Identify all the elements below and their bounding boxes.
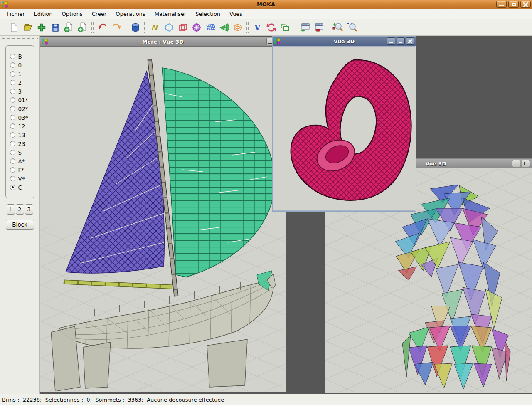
radio-icon <box>10 71 15 77</box>
radio-13[interactable]: 13 <box>10 132 34 138</box>
minimize-icon <box>389 42 393 43</box>
cone-tool-button[interactable] <box>217 20 231 34</box>
radio-icon <box>10 176 15 181</box>
radio-label: 1 <box>18 71 22 77</box>
polygon-tool-button[interactable] <box>162 20 176 34</box>
app-maximize-button[interactable] <box>508 1 519 8</box>
open-file-button[interactable] <box>21 20 34 34</box>
radio-icon <box>10 141 15 146</box>
toolbar-handle[interactable] <box>246 22 249 33</box>
radio-icon <box>10 132 15 138</box>
export-document-icon <box>64 22 74 33</box>
menu-fichier[interactable]: Fichier <box>2 10 30 18</box>
sphere-tool-button[interactable] <box>190 20 203 34</box>
app-minimize-button[interactable] <box>496 1 507 8</box>
menu-materialiser[interactable]: Matérialiser <box>150 10 191 18</box>
magnifier-fit-icon <box>346 22 357 33</box>
radio-Fstar[interactable]: F* <box>10 167 34 173</box>
app-close-button[interactable] <box>520 1 531 8</box>
export-button[interactable] <box>62 20 76 34</box>
radio-label: 01* <box>18 97 28 104</box>
radio-icon <box>10 54 15 59</box>
radio-icon <box>10 158 15 164</box>
undo-button[interactable] <box>96 20 109 34</box>
radio-C[interactable]: C <box>10 184 34 190</box>
radio-Astar[interactable]: A* <box>10 158 34 164</box>
radio-1[interactable]: 1 <box>10 71 34 77</box>
level-button-2[interactable]: 2 <box>16 204 24 215</box>
radio-label: A* <box>18 158 25 165</box>
mere-window-titlebar[interactable]: MK Mère : Vue 3D <box>40 37 286 47</box>
radio-03star[interactable]: 03* <box>10 114 34 121</box>
main-area: B012301*02*03*121323SA*F*V*C 123 Block M… <box>0 36 532 394</box>
add-button[interactable] <box>34 20 48 34</box>
radio-Vstar[interactable]: V* <box>10 175 34 182</box>
add-view-button[interactable] <box>298 20 312 34</box>
zoom-fit-button[interactable] <box>345 20 358 34</box>
radio-icon <box>10 185 15 190</box>
toolbar-handle[interactable] <box>3 22 5 33</box>
radio-12[interactable]: 12 <box>10 123 34 129</box>
open-folder-icon <box>23 22 33 32</box>
radio-label: C <box>18 184 22 191</box>
radio-23[interactable]: 23 <box>10 141 34 147</box>
toolbar-handle[interactable] <box>144 22 146 33</box>
zoom-button[interactable] <box>331 20 345 34</box>
refresh-arrows-icon <box>266 22 277 33</box>
delete-view-button[interactable] <box>312 20 325 34</box>
radio-01star[interactable]: 01* <box>10 97 34 103</box>
torus-minimize-button[interactable] <box>387 37 395 45</box>
import-document-icon <box>77 22 88 33</box>
polyline-tool-button[interactable]: N <box>148 20 162 34</box>
menu-selection[interactable]: Sélection <box>191 10 225 18</box>
import-button[interactable] <box>76 20 89 34</box>
app-title: MOKA <box>0 1 532 7</box>
level-button-3[interactable]: 3 <box>25 204 33 215</box>
window-vue3d-torus: MK Vue 3D <box>272 36 416 212</box>
menu-operations[interactable]: Opérations <box>111 10 150 18</box>
menu-creer[interactable]: Créer <box>87 10 111 18</box>
menu-edition[interactable]: Edition <box>30 10 57 18</box>
torus-window-titlebar[interactable]: MK Vue 3D <box>273 37 416 46</box>
maximize-icon <box>399 40 402 43</box>
torus-close-button[interactable] <box>406 37 414 45</box>
radio-icon <box>10 97 15 103</box>
klein-torus <box>291 60 411 200</box>
reload-button[interactable] <box>264 20 278 34</box>
save-button[interactable] <box>48 20 62 34</box>
cylinder-tool-button[interactable] <box>128 20 142 34</box>
duplicate-button[interactable] <box>278 20 292 34</box>
radio-label: 03* <box>18 114 28 121</box>
new-file-button[interactable] <box>7 20 21 34</box>
sidebar-handle[interactable] <box>2 38 38 40</box>
level-button-1[interactable]: 1 <box>7 204 15 215</box>
radio-0[interactable]: 0 <box>10 62 34 68</box>
block-button[interactable]: Block <box>6 220 34 230</box>
toolbar-handle[interactable] <box>91 22 94 33</box>
radio-label: 02* <box>18 106 28 112</box>
mesh-tool-button[interactable] <box>203 20 217 34</box>
radio-B[interactable]: B <box>10 53 34 59</box>
radio-3[interactable]: 3 <box>10 88 34 94</box>
radio-02star[interactable]: 02* <box>10 106 34 112</box>
toolbar-separator <box>126 21 126 34</box>
knight-maximize-button[interactable] <box>522 160 530 167</box>
status-text: Brins : 22238; Sélectionnés : 0; Sommets… <box>2 397 224 403</box>
toolbar-handle[interactable] <box>294 22 296 33</box>
radio-2[interactable]: 2 <box>10 79 34 86</box>
radio-label: F* <box>18 167 25 173</box>
torus-tool-button[interactable] <box>231 20 244 34</box>
maximize-icon <box>512 3 516 6</box>
sailboat-3d-viewport[interactable] <box>41 47 285 391</box>
vector-tool-button[interactable]: V <box>251 20 264 34</box>
new-document-icon <box>9 22 19 32</box>
cube-tool-button[interactable] <box>176 20 190 34</box>
radio-S[interactable]: S <box>10 149 34 156</box>
menu-options[interactable]: Options <box>57 10 87 18</box>
knight-minimize-button[interactable] <box>512 160 520 167</box>
torus-3d-viewport[interactable] <box>273 46 415 211</box>
redo-button[interactable] <box>109 20 123 34</box>
torus-maximize-button[interactable] <box>397 37 405 45</box>
selection-level-buttons: 123 <box>0 204 39 215</box>
menu-vues[interactable]: Vues <box>225 10 247 18</box>
